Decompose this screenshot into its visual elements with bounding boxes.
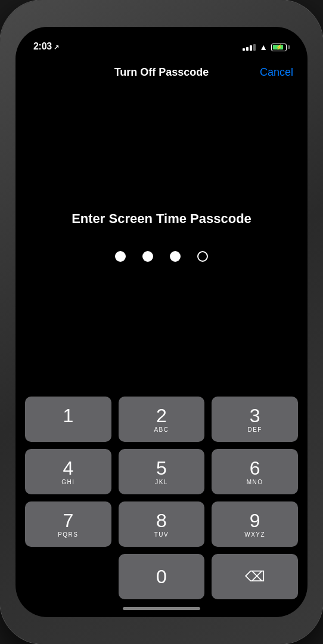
- signal-bar-4: [253, 44, 256, 51]
- key-6-number: 6: [250, 459, 260, 478]
- key-4-letters: GHI: [61, 479, 74, 485]
- key-7-number: 7: [63, 511, 73, 530]
- key-5-number: 5: [156, 459, 167, 478]
- key-0[interactable]: 0: [119, 554, 205, 599]
- key-2-letters: ABC: [154, 426, 169, 433]
- battery-indicator: ⚡: [271, 44, 290, 51]
- cancel-button[interactable]: Cancel: [251, 66, 293, 79]
- key-empty: [25, 554, 111, 599]
- home-indicator: [15, 599, 308, 617]
- key-8-number: 8: [156, 511, 167, 530]
- passcode-dot-3: [170, 251, 181, 262]
- status-icons: ▲ ⚡: [243, 42, 290, 52]
- battery-body: ⚡: [271, 44, 287, 51]
- charging-icon: ⚡: [276, 44, 282, 50]
- navigation-bar: Turn Off Passcode Cancel: [15, 57, 308, 88]
- phone-screen: 2:03↗ ▲ ⚡: [15, 27, 308, 617]
- key-4[interactable]: 4 GHI: [25, 449, 111, 494]
- keypad-bottom-row: 0 ⌫: [25, 554, 298, 599]
- home-bar: [123, 607, 200, 610]
- key-1-letters: [67, 426, 69, 433]
- key-3-number: 3: [250, 406, 260, 425]
- key-6[interactable]: 6 MNO: [212, 449, 298, 494]
- key-1[interactable]: 1: [25, 397, 111, 442]
- key-3-letters: DEF: [247, 426, 262, 433]
- key-8-letters: TUV: [154, 531, 169, 538]
- key-5-letters: JKL: [155, 479, 168, 485]
- passcode-dot-4: [197, 251, 208, 262]
- phone-frame: 2:03↗ ▲ ⚡: [0, 0, 323, 644]
- signal-bar-3: [250, 45, 252, 51]
- content-area: Enter Screen Time Passcode: [15, 88, 308, 397]
- passcode-prompt: Enter Screen Time Passcode: [72, 210, 251, 228]
- key-2[interactable]: 2 ABC: [119, 397, 205, 442]
- location-icon: ↗: [54, 44, 59, 51]
- notch: [114, 27, 209, 45]
- keypad-grid: 1 2 ABC 3 DEF 4 GHI 5 JKL: [25, 397, 298, 547]
- status-time: 2:03↗: [33, 41, 59, 52]
- key-3[interactable]: 3 DEF: [212, 397, 298, 442]
- signal-bar-1: [243, 48, 245, 51]
- passcode-dots: [115, 251, 208, 262]
- key-9-number: 9: [250, 511, 260, 530]
- battery-tip: [288, 45, 290, 49]
- keypad: 1 2 ABC 3 DEF 4 GHI 5 JKL: [15, 397, 308, 599]
- key-7-letters: PQRS: [58, 531, 78, 538]
- key-7[interactable]: 7 PQRS: [25, 501, 111, 547]
- key-1-number: 1: [63, 406, 73, 425]
- passcode-dot-1: [115, 251, 126, 262]
- key-0-number: 0: [156, 567, 167, 586]
- key-4-number: 4: [63, 459, 73, 478]
- delete-icon: ⌫: [245, 568, 265, 585]
- wifi-icon: ▲: [259, 42, 268, 52]
- key-5[interactable]: 5 JKL: [119, 449, 205, 494]
- key-9[interactable]: 9 WXYZ: [212, 501, 298, 547]
- key-2-number: 2: [156, 406, 167, 425]
- passcode-dot-2: [142, 251, 153, 262]
- key-9-letters: WXYZ: [244, 531, 265, 538]
- delete-button[interactable]: ⌫: [212, 554, 298, 599]
- key-6-letters: MNO: [247, 479, 263, 485]
- page-title: Turn Off Passcode: [72, 66, 251, 79]
- key-8[interactable]: 8 TUV: [119, 501, 205, 547]
- signal-bar-2: [246, 47, 249, 51]
- signal-bars: [243, 44, 256, 51]
